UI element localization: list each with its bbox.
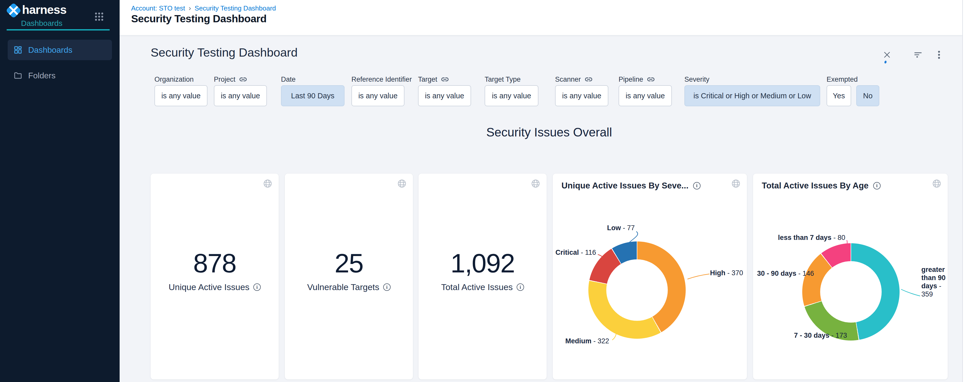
callout-category: 7 - 30 days: [794, 331, 829, 339]
filter-chip-reference-identifier[interactable]: is any value: [352, 85, 404, 106]
filter-label-severity: Severity: [684, 75, 710, 84]
chart-callout-greater-than-90-days: greater than 90 days - 359: [921, 266, 947, 298]
filter-chip-project[interactable]: is any value: [214, 85, 267, 106]
filter-chip-severity[interactable]: is Critical or High or Medium or Low: [684, 85, 820, 106]
donut-hole: [606, 259, 668, 321]
filter-chip-pipeline[interactable]: is any value: [619, 85, 672, 106]
scrollbar-track[interactable]: [963, 0, 980, 382]
filter-label-text: Project: [214, 76, 235, 84]
filter-chip-organization[interactable]: is any value: [154, 85, 207, 106]
globe-icon[interactable]: [531, 179, 541, 189]
callout-value: - 322: [592, 337, 609, 345]
callout-value: - 173: [829, 331, 847, 339]
filter-label-text: Date: [281, 76, 296, 84]
callout-category: greater than 90 days: [921, 266, 946, 290]
callout-value: - 146: [796, 269, 814, 277]
stat-card-total-active-issues: 1,092Total Active Issuesi: [418, 174, 547, 379]
link-icon: [239, 76, 247, 82]
filter-chip-scanner[interactable]: is any value: [555, 85, 608, 106]
donut-hole: [820, 261, 881, 323]
callout-value: - 80: [831, 234, 845, 241]
stat-label: Total Active Issuesi: [418, 282, 547, 292]
stat-card-unique-active-issues: 878Unique Active Issuesi: [151, 174, 279, 379]
chart-callout-medium: Medium - 322: [565, 337, 609, 345]
stat-card-vulnerable-targets: 25Vulnerable Targetsi: [285, 174, 413, 379]
callout-value: - 77: [621, 224, 635, 232]
callout-value: - 116: [579, 249, 596, 256]
callout-category: 30 - 90 days: [757, 269, 796, 277]
exempted-yes-toggle[interactable]: Yes: [827, 85, 851, 106]
page-title: Security Testing Dashboard: [131, 13, 266, 25]
chart-title: Unique Active Issues By Seve...i: [562, 181, 700, 190]
stat-value: 878: [151, 250, 279, 276]
module-label: Dashboards: [21, 19, 62, 28]
info-icon[interactable]: i: [253, 284, 261, 291]
info-icon[interactable]: i: [517, 284, 524, 291]
globe-icon[interactable]: [397, 179, 407, 189]
filter-chip-target[interactable]: is any value: [418, 85, 471, 106]
filter-chip-date[interactable]: Last 90 Days: [281, 85, 345, 106]
callout-category: High: [710, 269, 725, 277]
sidebar-item-folders[interactable]: Folders: [8, 65, 112, 86]
chart-callout-high: High - 370: [710, 269, 743, 277]
filter-label-text: Organization: [154, 76, 194, 84]
filter-label-text: Pipeline: [619, 76, 643, 84]
globe-icon[interactable]: [932, 179, 942, 189]
kebab-menu-icon[interactable]: [934, 49, 944, 60]
chart-callout-low: Low - 77: [607, 224, 635, 232]
filter-label-scanner: Scanner: [555, 75, 593, 84]
apps-grid-icon[interactable]: [94, 11, 105, 22]
chart-card-total-active-issues-by-age: Total Active Issues By Ageigreater than …: [753, 174, 948, 379]
breadcrumb-account-link[interactable]: Account: STO test: [131, 4, 185, 12]
filter-label-target: Target: [418, 75, 449, 84]
donut-chart-unique-active-issues-by-seve[interactable]: [589, 241, 686, 339]
sidebar-item-label: Dashboards: [28, 45, 73, 55]
top-header: Account: STO test › Security Testing Das…: [119, 0, 963, 35]
sidebar-item-label: Folders: [28, 71, 56, 81]
breadcrumb-chevron-icon: ›: [189, 4, 191, 12]
filter-label-organization: Organization: [154, 75, 194, 84]
filter-label-text: Target: [418, 76, 437, 84]
filter-icon[interactable]: [913, 49, 923, 60]
link-icon: [647, 76, 655, 82]
link-icon: [584, 76, 593, 82]
chart-title: Total Active Issues By Agei: [762, 181, 881, 190]
sidebar-item-dashboards[interactable]: Dashboards: [8, 40, 112, 60]
sidebar: harness Dashboards DashboardsFolders: [0, 0, 119, 382]
info-icon[interactable]: i: [873, 182, 881, 189]
stat-value: 25: [285, 250, 413, 276]
globe-icon[interactable]: [263, 179, 272, 189]
chart-title-text: Total Active Issues By Age: [762, 181, 869, 190]
filter-label-text: Target Type: [485, 76, 521, 84]
chart-callout-less-than-7-days: less than 7 days - 80: [778, 233, 845, 242]
module-underline: [7, 29, 110, 30]
breadcrumb-page-link[interactable]: Security Testing Dashboard: [195, 4, 276, 12]
section-title: Security Issues Overall: [151, 125, 948, 139]
info-icon[interactable]: i: [693, 182, 700, 189]
callout-category: Medium: [565, 337, 592, 345]
filter-label-text: Scanner: [555, 76, 581, 84]
cursor-dot: [884, 60, 887, 64]
filter-label-reference-identifier: Reference Identifier: [352, 75, 412, 84]
info-icon[interactable]: i: [383, 284, 391, 291]
filter-chip-target-type[interactable]: is any value: [485, 85, 538, 106]
callout-category: Critical: [555, 249, 579, 256]
exempted-no-toggle[interactable]: No: [856, 85, 879, 106]
dashboard-content: Security Testing Dashboard Organizationi…: [119, 35, 963, 382]
stat-label-text: Total Active Issues: [441, 282, 513, 292]
harness-logo-icon: [6, 3, 21, 18]
stat-label-text: Unique Active Issues: [169, 282, 250, 292]
globe-icon[interactable]: [731, 179, 741, 189]
dashboards-icon: [13, 45, 22, 54]
stat-label: Vulnerable Targetsi: [285, 282, 413, 292]
stat-label: Unique Active Issuesi: [151, 282, 279, 292]
callout-value: - 370: [725, 269, 743, 277]
callout-category: Low: [607, 224, 621, 232]
donut-chart-total-active-issues-by-age[interactable]: [802, 243, 900, 341]
close-icon[interactable]: [881, 49, 892, 60]
chart-callout-critical: Critical - 116: [555, 248, 596, 257]
filter-label-text: Severity: [684, 76, 710, 84]
folders-icon: [13, 71, 22, 80]
filter-label-exempted: Exempted: [827, 75, 858, 84]
stat-label-text: Vulnerable Targets: [307, 282, 379, 292]
